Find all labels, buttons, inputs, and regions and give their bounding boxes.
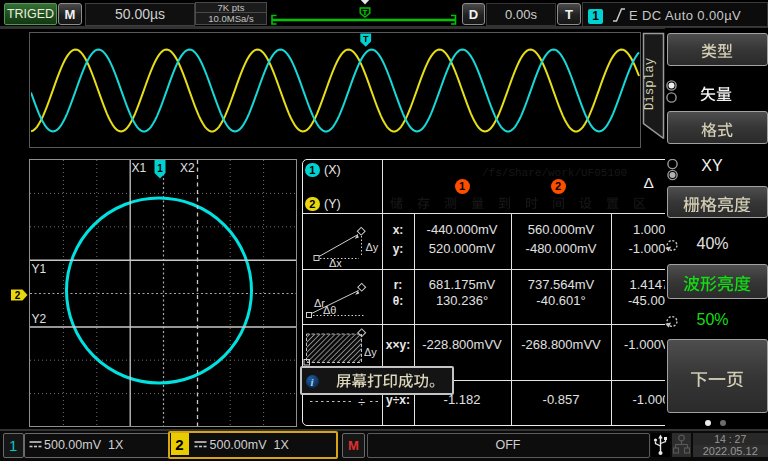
svg-text:Δx: Δx <box>329 257 342 268</box>
svg-text:T: T <box>363 8 368 17</box>
svg-text:2: 2 <box>14 289 20 300</box>
svg-text:T: T <box>362 34 368 44</box>
svg-text:Δθ: Δθ <box>323 303 336 315</box>
svg-text:Display: Display <box>643 57 657 110</box>
svg-text:1: 1 <box>157 162 163 173</box>
